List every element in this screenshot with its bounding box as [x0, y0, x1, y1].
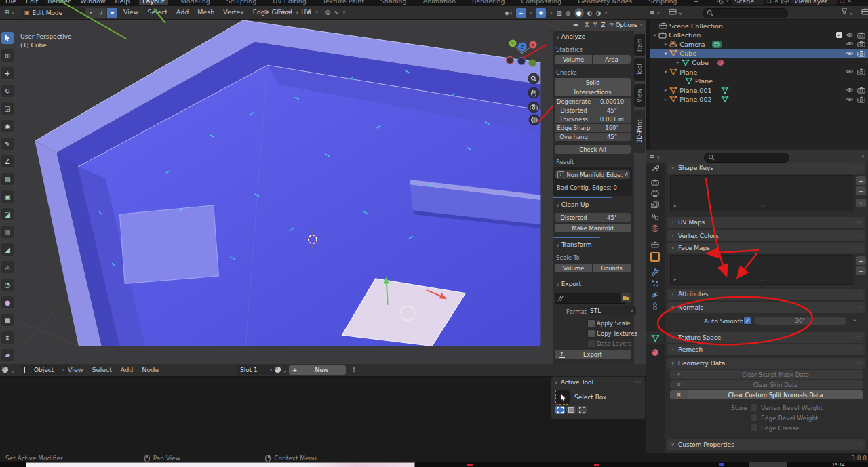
overhang-value[interactable]: 45°: [593, 133, 631, 141]
outliner-row-camera[interactable]: ▸ Camera: [650, 39, 868, 49]
shading-wireframe[interactable]: ◍: [566, 9, 571, 16]
outliner-row-plane-002[interactable]: ▸ Plane.002: [650, 95, 868, 104]
shader-menu-select[interactable]: Select: [92, 366, 112, 373]
hide-eye-icon[interactable]: [846, 32, 854, 38]
shape-key-add-button[interactable]: +: [856, 176, 866, 185]
clear-x-icon[interactable]: ✕: [670, 390, 688, 399]
panel-drag-icon[interactable]: ∷∷: [623, 202, 630, 207]
viewport-menu-vertex[interactable]: Vertex: [223, 8, 244, 16]
shader-editor-type-icon[interactable]: ∨: [1, 366, 14, 375]
tool-select-box[interactable]: [1, 32, 14, 44]
properties-editor-icon[interactable]: ≡ ∨: [650, 153, 660, 160]
outliner-filter-icon[interactable]: ∨: [841, 8, 853, 16]
degenerate-value[interactable]: 0.00010: [593, 98, 631, 106]
disclosure-triangle-icon[interactable]: ▾: [665, 51, 667, 56]
hide-eye-icon[interactable]: [846, 50, 854, 56]
tool-move[interactable]: +: [1, 67, 14, 79]
tool-measure[interactable]: ∠: [1, 155, 14, 167]
tab-world[interactable]: [646, 222, 664, 235]
clear-sculpt-mask-row[interactable]: ✕Clear Sculpt Mask Data: [670, 370, 863, 379]
custom-properties-panel-header[interactable]: ∨Custom Properties∷∷: [667, 439, 865, 450]
tab-object-data[interactable]: [646, 331, 664, 344]
navigation-gizmo[interactable]: Y Z X: [500, 35, 548, 130]
tool-spin[interactable]: ◔: [1, 279, 14, 291]
viewport-menu-view[interactable]: View: [123, 8, 139, 16]
analyze-panel-header[interactable]: ∨ Analyze: [556, 33, 585, 40]
tool-bevel[interactable]: ◪: [1, 208, 14, 220]
workspace-tab-rendering[interactable]: Rendering: [469, 0, 509, 5]
tool-knife[interactable]: ◢: [1, 243, 14, 256]
scene-delete-icon[interactable]: ✕: [774, 0, 778, 4]
render-visibility-icon[interactable]: [857, 41, 865, 47]
panel-drag-icon[interactable]: ∷∷: [623, 281, 630, 287]
viewlayer-delete-icon[interactable]: ✕: [847, 0, 852, 4]
vertex-colors-panel-header[interactable]: ›Vertex Colors∷∷: [667, 230, 865, 241]
menu-render[interactable]: Render: [47, 0, 71, 5]
overhang-check-button[interactable]: Overhang: [555, 133, 593, 141]
uv-maps-panel-header[interactable]: ›UV Maps∷∷: [667, 217, 865, 228]
viewport-menu-add[interactable]: Add: [176, 8, 189, 16]
select-mode-face[interactable]: ▰: [107, 8, 117, 18]
properties-search-input[interactable]: [704, 153, 789, 163]
menu-file[interactable]: File: [5, 0, 16, 5]
mirror-icon[interactable]: ◂▸: [573, 22, 578, 28]
outliner-row-plane[interactable]: ▾ Plane: [650, 67, 868, 77]
mesh-plane-left[interactable]: [119, 205, 218, 284]
edge-bevel-weight-checkbox[interactable]: [750, 413, 758, 422]
collection-exclude-checkbox[interactable]: ✓: [836, 32, 842, 38]
pin-icon[interactable]: ✎: [350, 366, 358, 374]
area-button[interactable]: Area: [593, 55, 631, 64]
add-workspace-button[interactable]: +: [690, 0, 703, 5]
mode-dropdown[interactable]: ▣ Edit Mode ∨: [22, 8, 87, 18]
render-visibility-icon[interactable]: [857, 87, 865, 94]
normals-panel-header[interactable]: ∨Normals∷∷: [667, 302, 865, 313]
sidebar-tab-tool[interactable]: Tool: [634, 58, 645, 81]
edge-crease-checkbox[interactable]: [750, 424, 758, 432]
cleanup-panel-header[interactable]: ∨ Clean Up: [556, 201, 589, 208]
outliner-row-cube-selected[interactable]: ▾ Cube: [650, 49, 868, 58]
mirror-z-button[interactable]: Z: [599, 20, 607, 29]
face-map-add-button[interactable]: +: [856, 256, 866, 265]
export-path-field[interactable]: //: [555, 293, 626, 304]
outliner-row-scene-collection[interactable]: Scene Collection: [650, 21, 868, 31]
outliner-row-plane-001[interactable]: ▸ Plane.001: [650, 85, 868, 95]
sidebar-tab-view[interactable]: View: [634, 84, 645, 107]
tool-transform[interactable]: ◉: [1, 120, 14, 132]
animate-property-dot[interactable]: •: [853, 318, 856, 324]
disclosure-triangle-icon[interactable]: ▸: [665, 87, 667, 93]
render-visibility-icon[interactable]: [857, 50, 865, 57]
viewlayer-copy-icon[interactable]: ❏: [840, 0, 844, 4]
tool-cursor[interactable]: ⊕: [1, 49, 14, 62]
distorted-value[interactable]: 45°: [593, 106, 631, 115]
thickness-value[interactable]: 0.001 m: [593, 115, 631, 123]
tool-shear[interactable]: ▰: [1, 349, 14, 361]
make-manifold-button[interactable]: Make Manifold: [555, 224, 631, 232]
apply-scale-checkbox[interactable]: [587, 319, 595, 327]
workspace-tab-uv-editing[interactable]: UV Editing: [269, 0, 310, 5]
mirror-x-button[interactable]: X: [583, 20, 591, 29]
clear-x-icon[interactable]: ✕: [670, 380, 688, 389]
workspace-tab-modeling[interactable]: Modeling: [178, 0, 214, 5]
shading-material[interactable]: ◐: [587, 9, 593, 16]
panel-drag-icon[interactable]: ∷∷: [634, 380, 642, 385]
tab-material[interactable]: [646, 346, 664, 359]
outliner-search-input[interactable]: [703, 8, 788, 18]
disclosure-triangle-icon[interactable]: ▾: [665, 69, 667, 75]
tool-smooth[interactable]: ●: [1, 296, 14, 308]
degenerate-check-button[interactable]: Degenerate: [555, 98, 593, 106]
volume-button[interactable]: Volume: [555, 55, 592, 64]
disclosure-triangle-icon[interactable]: ▾: [654, 33, 656, 38]
face-map-remove-button[interactable]: −: [856, 266, 866, 275]
properties-options-icon[interactable]: ∨: [861, 154, 865, 159]
shader-menu-add[interactable]: Add: [121, 366, 133, 373]
export-panel-header[interactable]: ∨ Export: [556, 281, 581, 287]
edge-sharp-value[interactable]: 160°: [593, 124, 631, 132]
tab-object[interactable]: [646, 250, 664, 263]
menu-edit[interactable]: Edit: [26, 0, 38, 5]
tab-constraints[interactable]: [646, 300, 664, 312]
tool-rotate[interactable]: ↻: [1, 85, 14, 97]
menu-help[interactable]: Help: [115, 0, 130, 5]
clear-x-icon[interactable]: ✕: [670, 370, 688, 379]
attributes-panel-header[interactable]: ›Attributes∷∷: [667, 289, 865, 300]
workspace-tab-layout[interactable]: Layout: [139, 0, 167, 5]
